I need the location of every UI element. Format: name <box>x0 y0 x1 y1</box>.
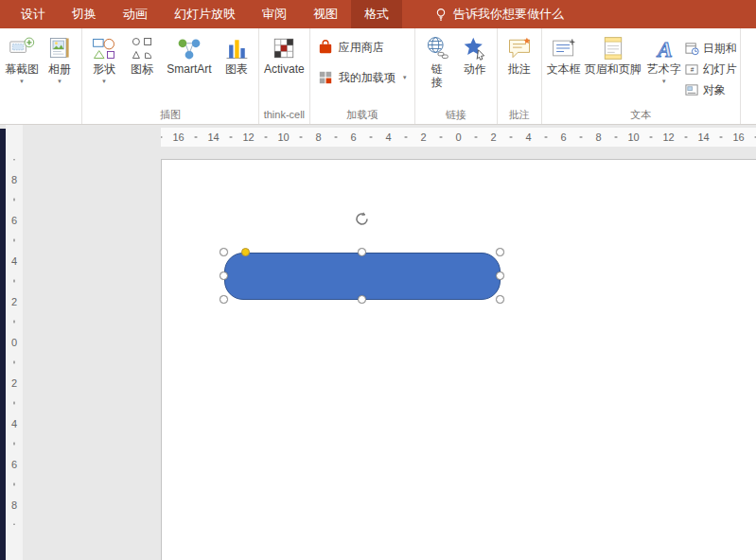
resize-handle-middle-left[interactable] <box>220 271 228 280</box>
ribbon-group-links: 链接 动作 链接 <box>415 28 498 124</box>
link-button[interactable]: 链接 <box>418 30 456 89</box>
resize-handle-top-middle[interactable] <box>358 248 366 256</box>
resize-handle-middle-right[interactable] <box>496 271 504 280</box>
chart-label: 图表 <box>225 62 248 76</box>
shapes-icon <box>91 34 117 62</box>
screenshot-icon <box>9 34 35 62</box>
ruler-number: 10 <box>266 131 301 143</box>
ribbon-group-text: 文本框 页眉和页脚 A 艺术字 ▼ <box>542 28 741 124</box>
ruler-number: 12 <box>651 131 686 143</box>
store-button[interactable]: 应用商店 <box>313 34 412 61</box>
slide-number-label: 幻灯片 <box>703 61 737 78</box>
header-footer-label: 页眉和页脚 <box>585 62 642 76</box>
shapes-button[interactable]: 形状 ▼ <box>85 30 123 85</box>
resize-handle-bottom-left[interactable] <box>220 295 228 304</box>
ruler-number: 2 <box>6 281 23 322</box>
icons-icon <box>129 34 155 62</box>
ruler-number: 2 <box>406 131 441 143</box>
comment-bubble-icon <box>506 34 533 62</box>
chevron-down-icon: ▼ <box>57 78 62 85</box>
header-footer-icon <box>601 34 625 62</box>
horizontal-ruler: 1614121086420246810121416 <box>161 128 756 147</box>
ruler-number: 14 <box>686 131 721 143</box>
icons-button[interactable]: 图标 <box>123 30 161 76</box>
ruler-number: 6 <box>336 131 371 143</box>
activate-button[interactable]: Activate <box>262 30 307 76</box>
ruler-number: 8 <box>581 131 616 143</box>
my-addins-label: 我的加载项 <box>339 70 396 86</box>
ruler-number: 4 <box>511 131 546 143</box>
tab-format[interactable]: 格式 <box>351 0 402 28</box>
ruler-number: 10 <box>616 131 651 143</box>
group-label-text: 文本 <box>545 108 737 124</box>
smartart-label: SmartArt <box>167 62 211 76</box>
chevron-down-icon: ▼ <box>19 78 25 85</box>
chart-button[interactable]: 图表 <box>218 30 255 76</box>
ruler-number: 8 <box>6 159 23 200</box>
group-label-illustrations: 插图 <box>85 108 255 124</box>
tab-design[interactable]: 设计 <box>8 0 59 28</box>
rounded-rectangle-shape[interactable] <box>224 253 501 300</box>
tab-view[interactable]: 视图 <box>300 0 351 28</box>
wordart-button[interactable]: A 艺术字 ▼ <box>643 30 685 85</box>
action-button[interactable]: 动作 <box>456 30 494 76</box>
shapes-label: 形状 <box>93 62 115 76</box>
resize-handle-top-left[interactable] <box>220 248 228 256</box>
vertical-ruler: 864202468 <box>6 159 23 525</box>
comment-button[interactable]: 批注 <box>501 30 538 76</box>
object-label: 对象 <box>703 82 726 98</box>
ribbon: 幕截图 ▼ 相册 ▼ 形状 <box>0 28 756 125</box>
resize-handle-bottom-right[interactable] <box>496 295 504 304</box>
ribbon-group-comments: 批注 批注 <box>498 28 542 124</box>
ribbon-group-illustrations: 形状 ▼ 图标 SmartArt <box>82 28 259 124</box>
editing-area: 1614121086420246810121416 864202468 <box>0 125 756 560</box>
ruler-number: 14 <box>196 131 231 143</box>
photo-album-icon <box>46 34 73 62</box>
screenshot-button[interactable]: 幕截图 ▼ <box>3 30 41 85</box>
slide-number-button[interactable]: # 幻灯片 <box>685 60 737 79</box>
slide-canvas[interactable] <box>161 159 756 560</box>
tab-animations[interactable]: 动画 <box>110 0 161 28</box>
my-addins-icon <box>317 69 334 86</box>
smartart-button[interactable]: SmartArt <box>161 30 218 76</box>
svg-text:#: # <box>690 66 694 73</box>
powerpoint-window: 设计 切换 动画 幻灯片放映 审阅 视图 格式 告诉我你想要做什么 幕截图 ▼ <box>0 0 756 560</box>
hyperlink-globe-icon <box>424 34 450 62</box>
date-time-button[interactable]: 日期和 <box>685 39 737 58</box>
chart-icon <box>223 34 250 62</box>
tab-transitions[interactable]: 切换 <box>59 0 110 28</box>
ruler-number: 16 <box>161 131 196 143</box>
ribbon-group-thinkcell: Activate think-cell <box>259 28 310 124</box>
smartart-icon <box>176 34 202 62</box>
action-icon <box>462 34 488 62</box>
chevron-down-icon: ▼ <box>402 74 408 81</box>
photo-album-button[interactable]: 相册 ▼ <box>41 30 79 85</box>
ruler-number: 6 <box>546 131 581 143</box>
svg-text:A: A <box>656 37 673 61</box>
adjust-handle-yellow[interactable] <box>241 248 250 256</box>
header-footer-button[interactable]: 页眉和页脚 <box>583 30 643 76</box>
icons-label: 图标 <box>131 62 153 76</box>
ruler-number: 4 <box>6 240 23 281</box>
chevron-down-icon: ▼ <box>101 78 107 85</box>
ruler-number: 0 <box>441 131 476 143</box>
tab-review[interactable]: 审阅 <box>249 0 300 28</box>
date-time-label: 日期和 <box>703 41 737 57</box>
tab-slideshow[interactable]: 幻灯片放映 <box>161 0 249 28</box>
text-box-label: 文本框 <box>547 62 581 76</box>
rotate-handle[interactable] <box>354 211 370 227</box>
my-addins-button[interactable]: 我的加载项 ▼ <box>313 64 412 91</box>
ruler-number: 8 <box>301 131 336 143</box>
tell-me-label: 告诉我你想要做什么 <box>453 6 564 23</box>
ruler-number: 8 <box>6 484 23 525</box>
text-box-button[interactable]: 文本框 <box>545 30 583 76</box>
resize-handle-bottom-middle[interactable] <box>358 295 366 304</box>
ruler-number: 4 <box>371 131 406 143</box>
activate-label: Activate <box>264 62 305 76</box>
tell-me-box[interactable]: 告诉我你想要做什么 <box>423 0 575 28</box>
object-button[interactable]: 对象 <box>685 80 737 99</box>
object-icon <box>685 83 699 97</box>
resize-handle-top-right[interactable] <box>496 248 504 256</box>
screenshot-label: 幕截图 <box>5 62 39 76</box>
ruler-number: 6 <box>6 444 23 484</box>
